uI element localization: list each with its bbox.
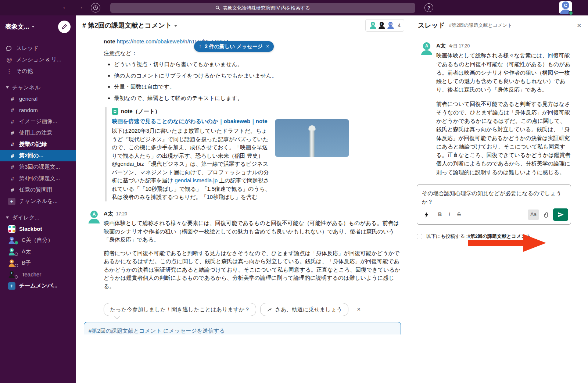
history-forward-icon[interactable]: → [75, 3, 85, 11]
thread-message-timestamp[interactable]: 今日 17:20 [449, 43, 470, 50]
message-avatar[interactable]: A [87, 210, 101, 223]
thread-close-icon[interactable]: × [577, 21, 581, 30]
thread-reply-input[interactable]: その場合認知心理学の知見などが必要になるのでしょうか？ [417, 185, 571, 208]
add-members-label: チームメンバ... [19, 282, 57, 289]
vertical-dots-icon: ⋮ [6, 68, 12, 75]
bullet-item: 他の人のコメントにリプライをつけるかたちでもかまいません。 [114, 72, 401, 80]
card-body: 以下は2020年3月に書いたまま放置していたドラフトだ。ちょうど『現代ビジネス』… [112, 127, 273, 201]
sidebar-label: スレッド [16, 45, 39, 52]
sidebar-channel-questions[interactable]: #任意の質問用 [0, 184, 76, 196]
sidebar-dm-teacher[interactable]: T Teacher [0, 269, 76, 280]
sidebar: 表象文... スレッド @ メンション & リ... ⋮ その他 チャンネル #… [0, 15, 76, 383]
hash-icon: # [10, 107, 15, 113]
bold-icon[interactable]: B [435, 210, 445, 219]
user-avatar[interactable]: C [559, 1, 572, 14]
link-preview-card: note（ノート） 映画を倍速で見ることのなにがわるいのか｜obakeweb｜n… [105, 107, 401, 201]
card-title-link[interactable]: 映画を倍速で見ることのなにがわるいのか｜obakeweb｜note [112, 117, 273, 126]
up-arrow-icon: ↑ [199, 43, 201, 50]
channel-label: 第4回の課題文... [19, 175, 60, 182]
attach-paperclip-icon[interactable] [544, 212, 549, 218]
sidebar-dm-slackbot[interactable]: Slackbot [0, 223, 76, 235]
bullet-item: 最初なので、練習として軽めのテキストにします。 [114, 94, 401, 103]
channel-label: 使用上の注意 [19, 129, 52, 136]
sidebar-channel-session2-selected[interactable]: #第2回の... [0, 150, 76, 161]
search-input[interactable]: 表象文化論特殊研究演習IV 内を検索する [110, 3, 415, 13]
sidebar-add-members[interactable]: + チームメンバ... [0, 280, 76, 291]
italic-icon[interactable]: I [445, 210, 454, 219]
thread-channel-name[interactable]: #第2回の課題文献とコメント [449, 22, 512, 29]
thread-header: スレッド #第2回の課題文献とコメント × [411, 15, 588, 35]
thread-panel: スレッド #第2回の課題文献とコメント × A A太 今日 17:20 映画体験… [411, 15, 588, 383]
member-avatar: T [378, 21, 386, 29]
sidebar-channel-images[interactable]: #イメージ画像... [0, 116, 76, 127]
hash-icon: # [10, 153, 15, 159]
message-input[interactable]: #第2回の課題文献とコメント にメッセージを送信する [84, 322, 401, 334]
sidebar-channel-session4[interactable]: #第4回の課題文... [0, 173, 76, 184]
sidebar-dm-a[interactable]: A A太 [0, 246, 76, 257]
note-favicon [112, 108, 118, 115]
card-thumbnail-image[interactable] [275, 119, 349, 157]
bullet-item: どういう視点・切り口から書いてもかまいません。 [114, 60, 401, 69]
channel-label: general [19, 96, 37, 102]
sidebar-channel-class-records[interactable]: #授業の記録 [0, 139, 76, 150]
sidebar-dm-b[interactable]: B B子 [0, 257, 76, 269]
member-avatar: C [387, 21, 394, 29]
thread-send-button[interactable] [553, 208, 568, 221]
text-format-icon[interactable]: Aa [528, 210, 539, 220]
sidebar-channel-random[interactable]: #random [0, 104, 76, 116]
card-inline-link[interactable]: gendai.ismedia.jp [175, 177, 218, 183]
message-timestamp[interactable]: 17:20 [116, 211, 127, 217]
channel-label: random [19, 107, 38, 113]
caret-down-icon [6, 216, 9, 219]
also-send-checkbox[interactable] [417, 234, 422, 239]
sidebar-dm-self[interactable]: C C美（自分） [0, 235, 76, 246]
search-icon [215, 6, 220, 10]
dm-avatar: A [8, 248, 15, 255]
also-send-row: 以下にも投稿する :#第2回の課題文献とコメント [417, 233, 582, 240]
dm-section-header[interactable]: ダイレク... [0, 212, 76, 223]
message-paragraph: 前者について回復不可能であると判断する見方はなさそうなので、ひとまず論点は「身体… [104, 249, 404, 291]
thread-body: A A太 今日 17:20 映画体験として総称される様々な要素には、回復可能であ… [411, 35, 588, 240]
hash-icon: # [10, 164, 15, 170]
main-pane: # 第2回の課題文献とコメント A T C 4 ↑ 2 件の新しい メッセージ … [76, 15, 411, 383]
history-back-icon[interactable]: ← [61, 3, 70, 11]
suggested-reply-2[interactable]: さあ、軌道に乗せましょう [260, 303, 348, 316]
help-icon[interactable]: ? [424, 3, 433, 12]
message-composer: #第2回の課題文献とコメント にメッセージを送信する B I S </> 12 [84, 322, 401, 334]
sidebar-item-threads[interactable]: スレッド [0, 43, 76, 54]
suggested-reply-1[interactable]: たった今参加しました！聞き逃したことはありますか？ [104, 303, 256, 316]
rocket-icon [266, 307, 272, 312]
shortcuts-lightning-icon[interactable] [422, 210, 431, 219]
suggestions-close-icon[interactable]: × [357, 305, 361, 314]
also-send-channel[interactable]: #第2回の課題文献とコメント [467, 233, 531, 239]
new-messages-banner[interactable]: ↑ 2 件の新しい メッセージ × [194, 41, 274, 52]
message-paragraph: 映画体験として総称される様々な要素には、回復可能であるものと回復不可能な（可能性… [104, 219, 404, 244]
bullet-list: どういう視点・切り口から書いてもかまいません。 他の人のコメントにリプライをつけ… [114, 60, 401, 102]
section-label: ダイレク... [12, 214, 39, 221]
message-author[interactable]: A太 [104, 210, 113, 218]
sidebar-item-mentions[interactable]: @ メンション & リ... [0, 54, 76, 65]
member-count-button[interactable]: A T C 4 [365, 19, 404, 32]
hash-icon: # [10, 175, 15, 182]
sidebar-channel-session3[interactable]: #第3回の課題文... [0, 161, 76, 173]
channels-section-header[interactable]: チャンネル [0, 82, 76, 93]
sidebar-channel-usage-notes[interactable]: #使用上の注意 [0, 127, 76, 139]
channel-label: 第2回の... [19, 152, 43, 159]
channel-title[interactable]: # 第2回の課題文献とコメント [82, 21, 177, 30]
tower-photo [310, 128, 315, 157]
hash-icon: # [10, 130, 15, 136]
thread-reply-toolbar: B I S Aa [417, 207, 571, 224]
history-clock-icon[interactable] [91, 3, 100, 12]
message: A A太 17:20 映画体験として総称される様々な要素には、回復可能であるもの… [104, 210, 401, 291]
compose-button[interactable] [58, 21, 71, 33]
workspace-header[interactable]: 表象文... [0, 15, 76, 38]
thread-message-author[interactable]: A太 [436, 41, 446, 50]
thread-paragraph: 映画体験として総称される様々な要素には、回復可能であるものと回復不可能な（可能性… [436, 51, 571, 94]
dm-label: C美（自分） [22, 237, 53, 244]
sidebar-channel-general[interactable]: #general [0, 93, 76, 104]
sidebar-add-channel[interactable]: +チャンネルを... [0, 196, 76, 207]
sidebar-item-more[interactable]: ⋮ その他 [0, 65, 76, 77]
banner-close-icon[interactable]: × [266, 43, 269, 50]
thread-message-avatar[interactable]: A [420, 42, 433, 55]
strikethrough-icon[interactable]: S [454, 210, 464, 219]
